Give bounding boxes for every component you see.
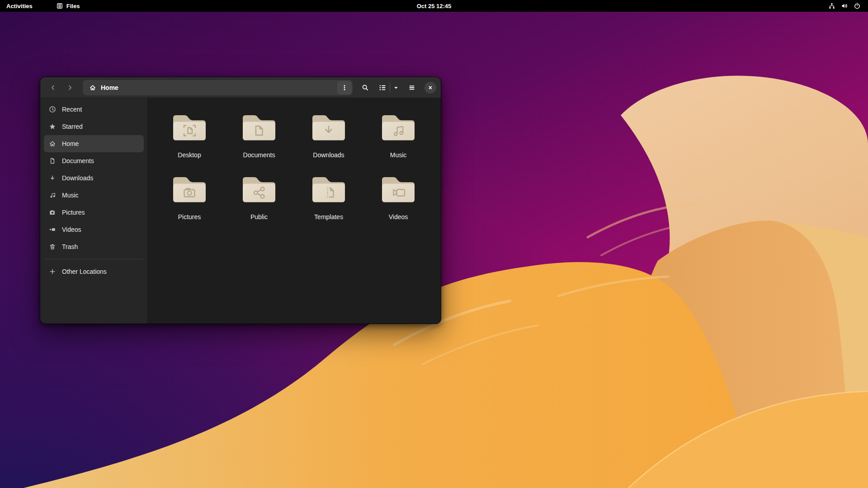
trash-icon [49, 243, 56, 250]
focused-app-label: Files [66, 3, 80, 9]
sidebar-separator [45, 259, 143, 259]
forward-button[interactable] [62, 80, 78, 96]
recent-icon [49, 106, 56, 113]
starred-icon [49, 123, 56, 130]
sidebar-item-label: Starred [62, 123, 83, 130]
camera-icon [49, 209, 56, 216]
current-location-label: Home [101, 84, 118, 91]
sidebar-item-downloads[interactable]: Downloads [44, 169, 144, 187]
sidebar-item-videos[interactable]: Videos [44, 221, 144, 238]
folder-name: Downloads [313, 151, 344, 159]
files-window: Home [40, 77, 441, 324]
sidebar-item-label: Trash [62, 243, 78, 250]
video-icon [49, 226, 56, 233]
sidebar-item-label: Other Locations [62, 268, 107, 275]
path-bar[interactable]: Home [83, 80, 353, 95]
back-button[interactable] [45, 80, 61, 96]
folder-icon [171, 174, 208, 204]
folder-name: Videos [389, 213, 408, 221]
files-app-icon [56, 2, 63, 9]
sidebar-item-label: Pictures [62, 209, 85, 216]
folder-icon [311, 174, 347, 204]
close-icon [427, 84, 434, 91]
sidebar-item-documents[interactable]: Documents [44, 152, 144, 169]
folder-name: Documents [243, 151, 275, 159]
sidebar-item-label: Music [62, 192, 79, 199]
sidebar-item-starred[interactable]: Starred [44, 118, 144, 135]
folder-name: Templates [314, 213, 343, 221]
power-icon [854, 2, 861, 9]
folder-templates[interactable]: Templates [294, 174, 363, 221]
home-icon [49, 140, 56, 147]
activities-button[interactable]: Activities [0, 0, 39, 12]
sidebar-item-home[interactable]: Home [44, 135, 144, 152]
folder-desktop[interactable]: Desktop [155, 112, 224, 159]
folder-icon [380, 174, 416, 204]
music-icon [49, 192, 56, 199]
network-icon [828, 2, 835, 9]
folder-icon [380, 112, 416, 142]
chevron-down-icon [392, 84, 400, 91]
window-body: RecentStarredHomeDocumentsDownloadsMusic… [40, 98, 441, 324]
system-status-area[interactable] [828, 0, 868, 12]
chevron-left-icon [49, 84, 57, 91]
folder-name: Music [390, 151, 407, 159]
top-bar-left: Activities Files [0, 0, 86, 12]
search-button[interactable] [357, 80, 373, 96]
sidebar-item-label: Home [62, 140, 79, 147]
close-button[interactable] [425, 82, 436, 94]
sidebar-item-other-locations[interactable]: Other Locations [44, 263, 144, 280]
folder-name: Desktop [178, 151, 201, 159]
sidebar-item-trash[interactable]: Trash [44, 238, 144, 255]
folder-music[interactable]: Music [363, 112, 433, 159]
view-split-button [375, 80, 402, 96]
download-icon [49, 174, 56, 182]
sidebar-item-label: Videos [62, 226, 81, 233]
folder-pictures[interactable]: Pictures [155, 174, 224, 221]
sidebar-item-label: Recent [62, 106, 82, 113]
folder-icon [241, 112, 277, 142]
sidebar-item-recent[interactable]: Recent [44, 101, 144, 118]
sidebar-item-pictures[interactable]: Pictures [44, 204, 144, 221]
chevron-right-icon [66, 84, 74, 91]
sidebar: RecentStarredHomeDocumentsDownloadsMusic… [40, 98, 148, 324]
clock-button[interactable]: Oct 25 12:45 [414, 0, 454, 12]
folder-icon [171, 112, 208, 142]
view-toggle-button[interactable] [375, 80, 390, 96]
path-menu-button[interactable] [337, 81, 352, 94]
file-grid: DesktopDocumentsDownloadsMusicPicturesPu… [148, 98, 441, 324]
folder-name: Pictures [178, 213, 201, 221]
folder-videos[interactable]: Videos [363, 174, 433, 221]
folder-icon [311, 112, 347, 142]
sidebar-item-label: Documents [62, 157, 94, 164]
plus-icon [49, 268, 56, 275]
search-icon [362, 84, 369, 91]
folder-documents[interactable]: Documents [224, 112, 294, 159]
folder-name: Public [250, 213, 268, 221]
focused-app-indicator[interactable]: Files [39, 0, 86, 12]
hamburger-menu-icon [408, 84, 415, 91]
list-view-icon [379, 84, 386, 91]
volume-icon [841, 2, 848, 9]
view-options-dropdown[interactable] [390, 80, 402, 96]
kebab-menu-icon [341, 84, 348, 91]
main-menu-button[interactable] [404, 80, 420, 96]
folder-icon [241, 174, 277, 204]
home-icon [89, 84, 96, 91]
folder-public[interactable]: Public [224, 174, 294, 221]
sidebar-item-music[interactable]: Music [44, 187, 144, 204]
header-bar[interactable]: Home [40, 77, 441, 98]
document-icon [49, 157, 56, 164]
sidebar-item-label: Downloads [62, 174, 93, 182]
folder-downloads[interactable]: Downloads [294, 112, 363, 159]
top-bar: Activities Files Oct 25 12:45 [0, 0, 868, 12]
